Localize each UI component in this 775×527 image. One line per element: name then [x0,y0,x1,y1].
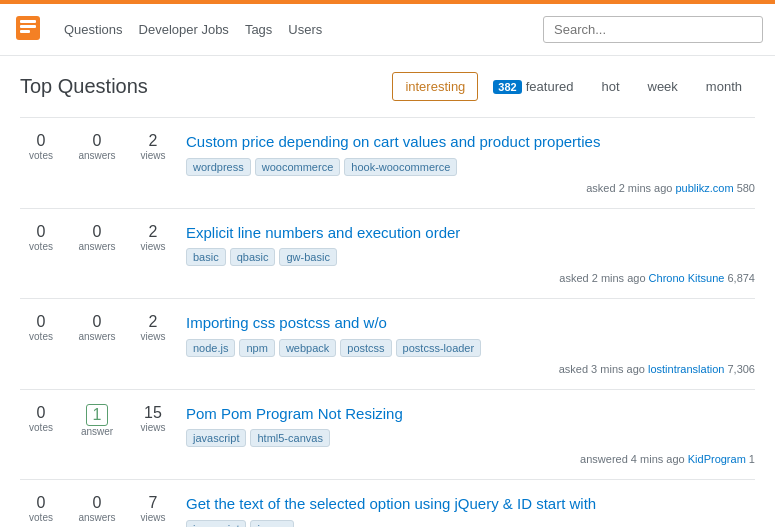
question-title[interactable]: Pom Pom Program Not Resizing [186,404,755,424]
votes-stat: 0 votes [20,313,62,342]
votes-label: votes [29,422,53,433]
answers-count: 1 [86,404,109,426]
tag[interactable]: node.js [186,339,235,357]
answers-label: answers [78,512,115,523]
tag[interactable]: javascript [186,429,246,447]
question-body: Get the text of the selected option usin… [186,494,755,527]
search-input[interactable] [543,16,763,43]
tab-interesting[interactable]: interesting [392,72,478,101]
tag[interactable]: hook-woocommerce [344,158,457,176]
question-item: 0 votes 1 answer 15 views Pom Pom Progra… [20,390,755,481]
question-stats: 0 votes 0 answers 2 views [20,313,174,342]
nav-users[interactable]: Users [288,22,322,37]
asked-time: asked 3 mins ago [559,363,648,375]
votes-stat: 0 votes [20,132,62,161]
tag[interactable]: wordpress [186,158,251,176]
question-title[interactable]: Importing css postcss and w/o [186,313,755,333]
tabs: interesting 382 featured hot week month [392,72,755,101]
svg-rect-1 [20,20,36,23]
tag[interactable]: qbasic [230,248,276,266]
votes-label: votes [29,512,53,523]
header-row: Top Questions interesting 382 featured h… [20,72,755,101]
views-label: views [140,331,165,342]
tag[interactable]: jquery [250,520,294,528]
question-stats: 0 votes 1 answer 15 views [20,404,174,437]
tag[interactable]: postcss-loader [396,339,482,357]
answers-stat: 0 answers [76,132,118,161]
views-stat: 2 views [132,132,174,161]
question-body: Pom Pom Program Not Resizing javascripth… [186,404,755,466]
user-rep: 6,874 [724,272,755,284]
views-label: views [140,241,165,252]
tag[interactable]: npm [239,339,274,357]
user-link[interactable]: KidProgram [688,453,746,465]
user-link[interactable]: lostintranslation [648,363,724,375]
user-link[interactable]: Chrono Kitsune [649,272,725,284]
tag[interactable]: webpack [279,339,336,357]
nav-tags[interactable]: Tags [245,22,272,37]
svg-rect-3 [20,30,30,33]
page-title: Top Questions [20,75,148,98]
votes-label: votes [29,241,53,252]
tab-featured[interactable]: 382 featured [480,72,586,101]
tag[interactable]: woocommerce [255,158,341,176]
question-item: 0 votes 0 answers 2 views Custom price d… [20,118,755,209]
question-title[interactable]: Explicit line numbers and execution orde… [186,223,755,243]
question-meta: asked 2 mins ago publikz.com 580 [186,182,755,194]
answers-label: answer [81,426,113,437]
answers-stat: 1 answer [76,404,118,437]
tag[interactable]: basic [186,248,226,266]
user-rep: 7,306 [724,363,755,375]
views-stat: 7 views [132,494,174,523]
tag[interactable]: postcss [340,339,391,357]
question-stats: 0 votes 0 answers 7 views [20,494,174,523]
tag[interactable]: javascript [186,520,246,528]
nav-questions[interactable]: Questions [64,22,123,37]
nav-links: Questions Developer Jobs Tags Users [64,22,322,37]
nav: Questions Developer Jobs Tags Users [0,4,775,56]
question-tags: node.jsnpmwebpackpostcsspostcss-loader [186,339,755,357]
tab-month[interactable]: month [693,72,755,101]
votes-count: 0 [37,494,46,512]
answers-label: answers [78,241,115,252]
question-stats: 0 votes 0 answers 2 views [20,223,174,252]
tab-hot[interactable]: hot [588,72,632,101]
question-item: 0 votes 0 answers 2 views Explicit line … [20,209,755,300]
asked-time: answered 4 mins ago [580,453,688,465]
question-tags: basicqbasicgw-basic [186,248,755,266]
answers-count: 0 [93,313,102,331]
tag[interactable]: gw-basic [279,248,336,266]
views-label: views [140,512,165,523]
question-item: 0 votes 0 answers 2 views Importing css … [20,299,755,390]
votes-label: votes [29,331,53,342]
question-item: 0 votes 0 answers 7 views Get the text o… [20,480,755,527]
votes-stat: 0 votes [20,223,62,252]
question-tags: wordpresswoocommercehook-woocommerce [186,158,755,176]
tab-week[interactable]: week [635,72,691,101]
question-meta: answered 4 mins ago KidProgram 1 [186,453,755,465]
views-stat: 15 views [132,404,174,437]
user-rep: 1 [746,453,755,465]
answers-count: 0 [93,494,102,512]
answers-stat: 0 answers [76,223,118,252]
views-count: 7 [149,494,158,512]
question-title[interactable]: Get the text of the selected option usin… [186,494,755,514]
site-logo[interactable] [12,12,44,47]
tab-featured-label: featured [526,79,574,94]
question-body: Explicit line numbers and execution orde… [186,223,755,285]
question-meta: asked 2 mins ago Chrono Kitsune 6,874 [186,272,755,284]
question-stats: 0 votes 0 answers 2 views [20,132,174,161]
tag[interactable]: html5-canvas [250,429,329,447]
user-link[interactable]: publikz.com [676,182,734,194]
views-label: views [140,150,165,161]
question-meta: asked 3 mins ago lostintranslation 7,306 [186,363,755,375]
views-label: views [140,422,165,433]
views-count: 2 [149,223,158,241]
answers-label: answers [78,331,115,342]
question-tags: javascripthtml5-canvas [186,429,755,447]
nav-jobs[interactable]: Developer Jobs [139,22,229,37]
votes-stat: 0 votes [20,494,62,523]
question-title[interactable]: Custom price depending on cart values an… [186,132,755,152]
views-stat: 2 views [132,223,174,252]
question-body: Importing css postcss and w/o node.jsnpm… [186,313,755,375]
